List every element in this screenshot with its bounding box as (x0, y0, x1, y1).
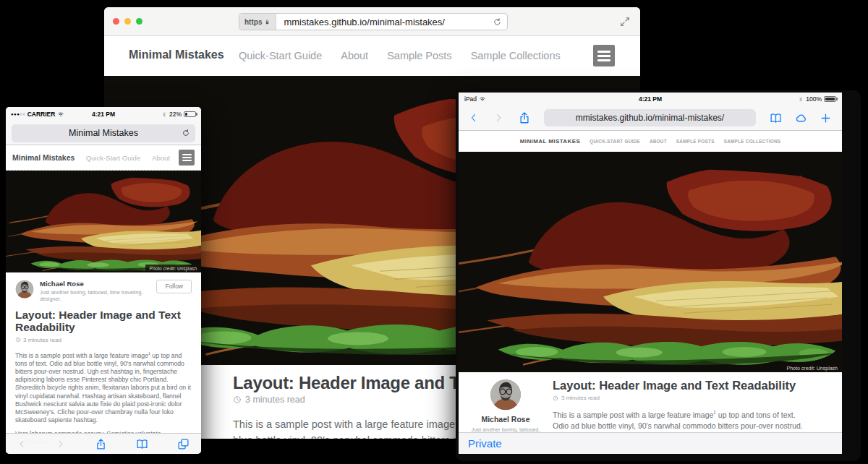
wifi-icon (57, 111, 64, 118)
window-controls (113, 18, 142, 25)
page-title: Minimal Mistakes (69, 128, 138, 138)
post-title: Layout: Header Image and Text Readabilit… (15, 309, 192, 334)
address-bar[interactable]: https mmistakes.github.io/minimal-mistak… (239, 13, 508, 30)
photo-credit: Photo credit: Unsplash (783, 364, 842, 372)
menu-icon[interactable] (593, 45, 615, 66)
site-nav: Quick-Start Guide About Sample Posts Sam… (239, 50, 561, 61)
iphone-status-bar: ●●●○○ CARRIER 4:21 PM 22% (6, 107, 201, 121)
browser-title-bar: https mmistakes.github.io/minimal-mistak… (104, 7, 640, 36)
post-content: Michael Rose Just another boring, tattoo… (6, 272, 201, 447)
site-nav: Quick-Start Guide About (86, 154, 170, 162)
private-browsing-bar: Private (459, 432, 842, 454)
carrier-label: CARRIER (27, 111, 56, 118)
ipad-mockup: iPad 4:21 PM 100% mmistakes.github.io/mi… (456, 90, 861, 461)
nav-link-sample-collections[interactable]: Sample Collections (471, 50, 561, 61)
nav-link-about[interactable]: About (650, 139, 667, 144)
icloud-tabs-icon[interactable] (793, 112, 809, 124)
paragraph-text: This is a sample post with a large featu… (553, 411, 713, 419)
read-time: 3 minutes read (245, 395, 305, 405)
signal-strength-icon: ●●●○○ (11, 112, 26, 116)
https-badge: https (239, 14, 276, 30)
clock-icon (233, 395, 242, 404)
safari-toolbar: mmistakes.github.io/minimal-mistakes/ (459, 106, 842, 131)
author-bio: Just another boring, tattooed, time trav… (40, 289, 150, 302)
responsive-mockup-stage: https mmistakes.github.io/minimal-mistak… (0, 0, 868, 464)
reload-icon[interactable] (493, 17, 502, 27)
paragraph-text: This is a sample post with a large featu… (15, 352, 148, 359)
clock-icon (553, 395, 558, 401)
paragraph-text: This is a sample post with a large featu… (233, 418, 455, 430)
url-text: mmistakes.github.io/minimal-mistakes/ (284, 17, 493, 27)
author-avatar (15, 280, 34, 298)
post-paragraph: This is a sample post with a large featu… (15, 350, 192, 425)
address-bar[interactable]: mmistakes.github.io/minimal-mistakes/ (544, 109, 756, 126)
zoom-window-button[interactable] (136, 18, 142, 25)
feature-image: Photo credit: Unsplash (6, 171, 201, 272)
nav-link-sample-posts[interactable]: Sample Posts (387, 50, 451, 61)
nav-link-sample-posts[interactable]: Sample Posts (676, 139, 715, 144)
nav-link-quick-start[interactable]: Quick-Start Guide (239, 50, 322, 61)
post-meta: 3 minutes read (15, 337, 192, 343)
nav-link-about[interactable]: About (341, 50, 368, 61)
follow-button[interactable]: Follow (156, 280, 192, 293)
feature-image: Photo credit: Unsplash (459, 152, 842, 372)
site-masthead: Minimal Mistakes Quick-Start Guide About (6, 145, 201, 171)
post-paragraph: This is a sample post with a large featu… (553, 407, 812, 432)
address-bar[interactable]: Minimal Mistakes (12, 124, 195, 142)
forward-icon[interactable] (56, 439, 65, 450)
author-bio: Just another boring, tattooed, time trav… (469, 426, 542, 432)
post-main: Layout: Header Image and Text Readabilit… (553, 379, 842, 432)
nav-link-sample-collections[interactable]: Sample Collections (724, 139, 781, 144)
leaves-artwork (459, 152, 842, 372)
fullscreen-icon[interactable] (619, 16, 631, 27)
author-row: Michael Rose Just another boring, tattoo… (15, 280, 192, 302)
close-window-button[interactable] (113, 18, 119, 25)
back-icon[interactable] (17, 439, 27, 450)
wifi-icon (479, 95, 486, 103)
site-brand-link[interactable]: Minimal Mistakes (12, 153, 75, 162)
site-masthead: Minimal Mistakes Quick-Start Guide About… (459, 131, 842, 152)
ipad-status-bar: iPad 4:21 PM 100% (459, 93, 842, 106)
author-name: Michael Rose (481, 415, 529, 424)
photo-credit: Photo credit: Unsplash (145, 265, 201, 272)
reload-icon[interactable] (182, 129, 190, 137)
bookmarks-icon[interactable] (136, 438, 148, 450)
battery-icon (184, 111, 196, 117)
new-tab-icon[interactable] (820, 112, 832, 124)
battery-percent: 100% (806, 95, 822, 103)
read-time: 3 minutes read (561, 395, 600, 401)
private-label[interactable]: Private (468, 437, 502, 450)
status-time: 4:21 PM (639, 95, 662, 103)
bluetooth-icon (798, 96, 804, 103)
status-right-group: 22% (161, 111, 196, 118)
site-masthead: Minimal Mistakes Quick-Start Guide About… (104, 36, 640, 76)
clock-icon (15, 337, 21, 343)
tabs-icon[interactable] (177, 438, 190, 450)
bookmarks-icon[interactable] (769, 112, 783, 124)
minimize-window-button[interactable] (124, 18, 131, 25)
status-right-group: 100% (798, 95, 836, 103)
ipad-screen: iPad 4:21 PM 100% mmistakes.github.io/mi… (459, 93, 842, 454)
forward-icon[interactable] (493, 112, 503, 124)
author-sidebar: Michael Rose Just another boring, tattoo… (459, 379, 553, 432)
battery-icon (824, 96, 836, 102)
site-brand-link[interactable]: Minimal Mistakes (129, 48, 224, 61)
paragraph-text: up top and tons of text. Odio ad blue bo… (15, 352, 191, 424)
lock-icon (264, 19, 271, 25)
battery-percent: 22% (169, 111, 182, 118)
nav-link-about[interactable]: About (152, 154, 170, 162)
nav-link-quick-start[interactable]: Quick-Start Guide (86, 154, 141, 162)
url-text: mmistakes.github.io/minimal-mistakes/ (576, 113, 724, 123)
author-avatar (490, 379, 522, 411)
read-time: 3 minutes read (23, 337, 61, 343)
menu-icon[interactable] (179, 150, 195, 166)
post-meta: 3 minutes read (553, 395, 812, 401)
nav-link-quick-start[interactable]: Quick-Start Guide (590, 139, 640, 144)
post-content: Michael Rose Just another boring, tattoo… (459, 372, 842, 432)
post-title: Layout: Header Image and Text Readabilit… (553, 379, 812, 392)
share-icon[interactable] (518, 111, 531, 124)
share-icon[interactable] (95, 438, 107, 450)
site-brand-link[interactable]: Minimal Mistakes (520, 138, 580, 145)
back-icon[interactable] (469, 112, 479, 124)
toolbar-right-icons (769, 112, 832, 124)
